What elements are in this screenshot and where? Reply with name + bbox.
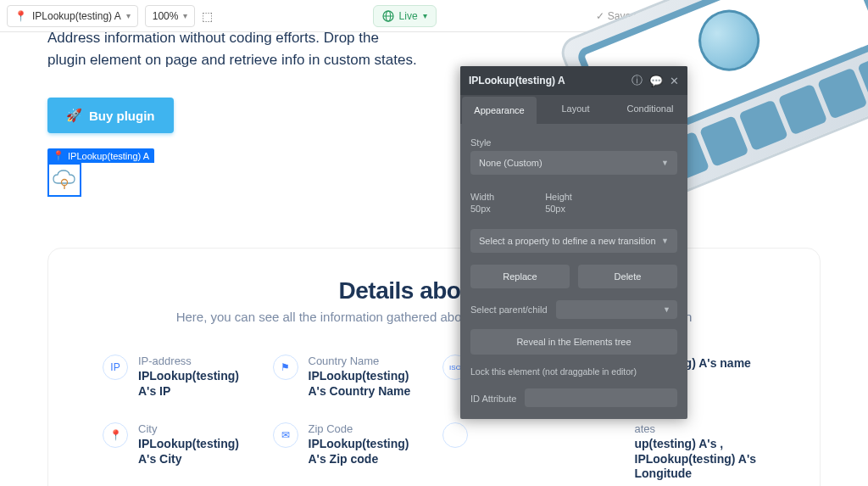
id-attribute-label: ID Attribute xyxy=(470,394,516,404)
parent-child-label: Select parent/child xyxy=(470,304,548,315)
buy-plugin-label: Buy plugin xyxy=(89,109,155,123)
pin-icon: 📍 xyxy=(53,150,64,161)
panel-header[interactable]: IPLookup(testing) A ⓘ 💬 ✕ xyxy=(460,66,687,95)
property-panel[interactable]: IPLookup(testing) A ⓘ 💬 ✕ Appearance Lay… xyxy=(460,66,687,419)
info-icon[interactable]: ⓘ xyxy=(632,73,643,88)
width-value[interactable]: 50px xyxy=(470,204,494,214)
chevron-down-icon: ▾ xyxy=(126,11,131,20)
live-label: Live xyxy=(399,10,418,22)
detail-label: Country Name xyxy=(309,355,426,367)
detail-label: ates xyxy=(635,422,766,435)
tab-appearance[interactable]: Appearance xyxy=(462,97,537,124)
id-attribute-input[interactable] xyxy=(525,388,677,407)
buy-plugin-button[interactable]: 🚀 Buy plugin xyxy=(47,98,174,133)
selected-element-name: IPLookup(testing) A xyxy=(68,151,149,161)
city-icon: 📍 xyxy=(103,422,128,448)
style-value: None (Custom) xyxy=(479,158,542,168)
rocket-icon: 🚀 xyxy=(66,108,82,123)
globe-icon xyxy=(382,10,394,22)
parent-child-dropdown[interactable]: ▼ xyxy=(556,300,678,319)
detail-icon xyxy=(442,422,468,448)
dimensions-row: Width 50px Height 50px xyxy=(470,187,677,214)
panel-body: Style None (Custom) ▼ Width 50px Height … xyxy=(460,124,687,419)
delete-button[interactable]: Delete xyxy=(578,265,677,288)
detail-item: ⚑ Country Name IPLookup(testing) A's Cou… xyxy=(273,355,426,399)
detail-value: IPLookup(testing) A's City xyxy=(138,437,256,466)
chevron-down-icon: ▼ xyxy=(663,305,670,314)
zoom-value: 100% xyxy=(153,10,179,22)
panel-title: IPLookup(testing) A xyxy=(469,75,625,87)
ip-icon: IP xyxy=(103,355,128,380)
height-label: Height xyxy=(545,192,572,202)
detail-item xyxy=(442,422,596,482)
selected-element-box[interactable] xyxy=(47,163,81,197)
chevron-down-icon: ▼ xyxy=(661,237,669,245)
style-label: Style xyxy=(470,137,677,148)
zoom-control[interactable]: 100% ▾ xyxy=(145,5,196,27)
cloud-pin-icon xyxy=(52,168,77,192)
detail-label: IP-address xyxy=(138,355,256,367)
panel-tabs: Appearance Layout Conditional xyxy=(460,95,687,124)
transition-dropdown[interactable]: Select a property to define a new transi… xyxy=(470,229,677,253)
editor-canvas[interactable]: Address information without coding effor… xyxy=(0,27,868,481)
flag-icon: ⚑ xyxy=(273,355,298,380)
detail-value: IPLookup(testing) A's Country Name xyxy=(309,369,426,399)
detail-label: Zip Code xyxy=(309,422,426,435)
detail-item: IP IP-address IPLookup(testing) A's IP xyxy=(103,355,256,399)
svg-point-3 xyxy=(62,180,68,186)
style-dropdown[interactable]: None (Custom) ▼ xyxy=(470,151,677,175)
plugin-description: Address information without coding effor… xyxy=(47,27,420,70)
detail-item: ✉ Zip Code IPLookup(testing) A's Zip cod… xyxy=(273,422,426,482)
width-label: Width xyxy=(470,192,494,202)
chevron-down-icon: ▾ xyxy=(423,11,427,20)
element-selector-label: IPLookup(testing) A xyxy=(32,10,121,22)
chevron-down-icon: ▼ xyxy=(661,159,669,167)
height-value[interactable]: 50px xyxy=(545,204,572,214)
comment-icon[interactable]: 💬 xyxy=(649,75,663,87)
replace-button[interactable]: Replace xyxy=(470,265,570,288)
detail-value: IPLookup(testing) A's Zip code xyxy=(309,437,426,466)
transition-placeholder: Select a property to define a new transi… xyxy=(479,236,656,246)
box-icon[interactable]: ⬚ xyxy=(202,9,213,23)
tab-conditional[interactable]: Conditional xyxy=(613,95,687,124)
detail-value: IPLookup(testing) A's IP xyxy=(138,369,256,399)
pin-icon: 📍 xyxy=(14,10,27,22)
tab-layout[interactable]: Layout xyxy=(538,95,613,124)
zip-icon: ✉ xyxy=(273,422,298,448)
close-icon[interactable]: ✕ xyxy=(670,75,679,87)
detail-item: 📍 City IPLookup(testing) A's City xyxy=(103,422,256,482)
branch-selector[interactable]: Live ▾ xyxy=(373,5,437,27)
element-selector[interactable]: 📍 IPLookup(testing) A ▾ xyxy=(7,5,138,27)
detail-value: up(testing) A's , IPLookup(testing) A's … xyxy=(635,437,766,482)
lock-element-label[interactable]: Lock this element (not draggable in edit… xyxy=(470,366,677,377)
reveal-button[interactable]: Reveal in the Elements tree xyxy=(470,329,677,355)
detail-item: ates up(testing) A's , IPLookup(testing)… xyxy=(613,422,766,482)
details-card: Details about you Here, you can see all … xyxy=(47,248,821,486)
chevron-down-icon: ▾ xyxy=(183,11,187,20)
detail-label: City xyxy=(138,422,256,435)
